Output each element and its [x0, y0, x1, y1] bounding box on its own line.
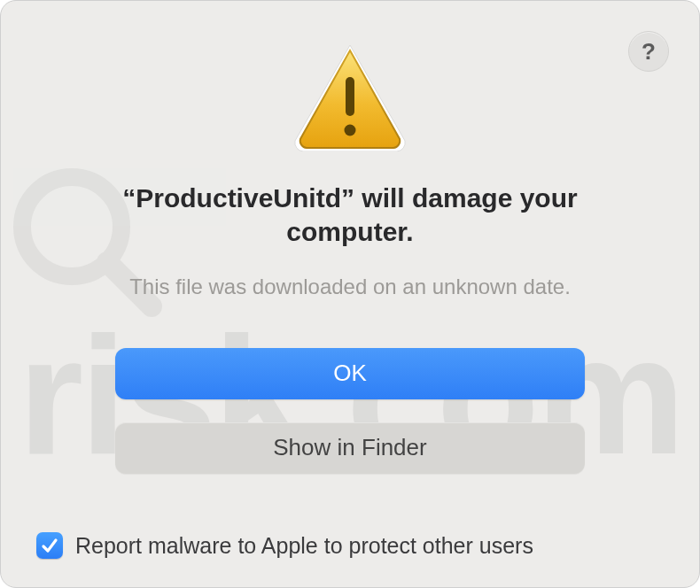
dialog-subtitle: This file was downloaded on an unknown d…	[129, 273, 571, 300]
warning-triangle-icon	[288, 40, 412, 151]
dialog-title: “ProductiveUnitd” will damage your compu…	[84, 182, 616, 250]
dialog-content: “ProductiveUnitd” will damage your compu…	[1, 1, 699, 587]
report-malware-checkbox[interactable]	[36, 532, 63, 559]
show-in-finder-button[interactable]: Show in Finder	[115, 422, 585, 474]
report-malware-row: Report malware to Apple to protect other…	[36, 532, 533, 559]
dialog-buttons: OK Show in Finder	[115, 348, 585, 474]
svg-point-3	[345, 125, 356, 136]
gatekeeper-dialog: risk.com ? “ProductiveUnitd” will	[0, 0, 700, 588]
ok-button[interactable]: OK	[115, 348, 585, 399]
svg-rect-2	[346, 77, 354, 116]
report-malware-label: Report malware to Apple to protect other…	[75, 533, 533, 559]
checkmark-icon	[41, 537, 58, 554]
